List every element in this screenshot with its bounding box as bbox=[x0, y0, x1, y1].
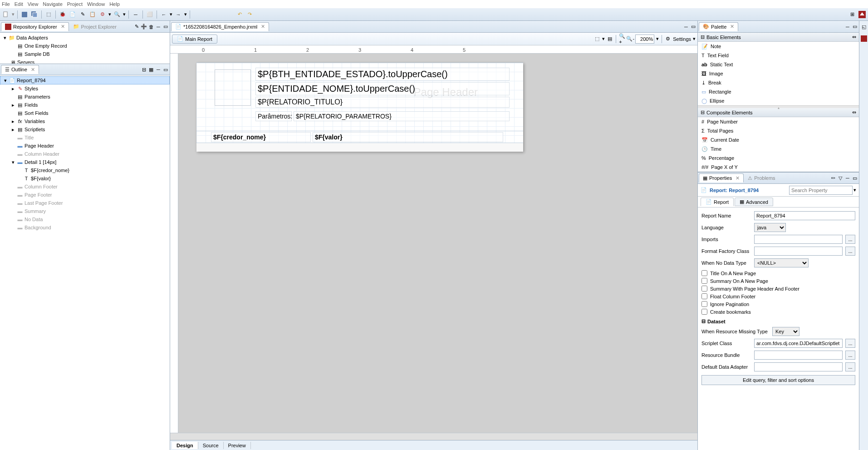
maximize-icon[interactable]: ▭ bbox=[162, 66, 169, 73]
new-adapter-icon[interactable]: ➕ bbox=[141, 24, 147, 30]
subtab-report[interactable]: 📄Report bbox=[701, 198, 734, 206]
image-placeholder[interactable] bbox=[215, 69, 251, 106]
textfield-entidade-nome[interactable]: $P{ENTIDADE_NOME}.toUpperCase() bbox=[255, 82, 510, 95]
maximize-icon[interactable]: ▭ bbox=[852, 175, 858, 181]
tab-outline[interactable]: ☰ Outline ✕ bbox=[1, 65, 39, 74]
menu-navigate[interactable]: Navigate bbox=[43, 1, 62, 7]
maximize-icon[interactable]: ▭ bbox=[690, 24, 696, 30]
f-credor-node[interactable]: T$F{credor_nome} bbox=[0, 166, 170, 174]
zoom-input[interactable] bbox=[635, 35, 654, 44]
scriptlets-node[interactable]: ▸▤Scriptlets bbox=[0, 125, 170, 134]
background-node[interactable]: ▬Background bbox=[0, 223, 170, 232]
restore-icon[interactable]: ◱ bbox=[859, 21, 868, 33]
dda-input[interactable] bbox=[754, 362, 843, 371]
dropdown-icon[interactable]: ▾ bbox=[853, 187, 856, 193]
imports-input[interactable] bbox=[754, 235, 843, 244]
f-valor-node[interactable]: T$F{valor} bbox=[0, 174, 170, 183]
menu-project[interactable]: Project bbox=[67, 1, 83, 7]
wndt-select[interactable]: <NULL> bbox=[754, 258, 809, 267]
dataset-section[interactable]: ⊟Dataset bbox=[701, 318, 855, 324]
collapse-icon[interactable]: ▾ bbox=[2, 35, 8, 41]
parameters-node[interactable]: ▤Parameters bbox=[0, 93, 170, 101]
close-icon[interactable]: ✕ bbox=[31, 67, 35, 73]
undo-icon[interactable]: ↶ bbox=[235, 10, 244, 19]
scriplet-input[interactable] bbox=[754, 339, 843, 348]
minimize-icon[interactable]: ─ bbox=[844, 175, 851, 181]
no-data-node[interactable]: ▬No Data bbox=[0, 215, 170, 223]
wrmt-select[interactable]: Key bbox=[772, 327, 799, 336]
column-footer-node[interactable]: ▬Column Footer bbox=[0, 183, 170, 191]
ffc-input[interactable] bbox=[754, 247, 843, 256]
palette-totalpages[interactable]: ΣTotal Pages bbox=[698, 126, 859, 135]
subtab-advanced[interactable]: ▦Advanced bbox=[735, 198, 773, 206]
tab-preview[interactable]: Preview bbox=[224, 442, 251, 449]
textfield-relatorio-titulo[interactable]: $P{RELATORIO_TITULO} bbox=[255, 97, 510, 108]
perspective-icon[interactable]: ⊞ bbox=[848, 10, 856, 19]
tab-repository-explorer[interactable]: Repository Explorer ✕ bbox=[1, 22, 69, 31]
servers-node[interactable]: 🖥 Servers bbox=[0, 58, 170, 64]
tab-source[interactable]: Source bbox=[198, 442, 224, 449]
palette-textfield[interactable]: TText Field bbox=[698, 51, 859, 60]
menu-icon[interactable]: ▽ bbox=[837, 175, 843, 181]
main-report-tab[interactable]: 📄 Main Report bbox=[172, 35, 217, 44]
binary-icon[interactable]: ⬚ bbox=[44, 10, 53, 19]
save-all-icon[interactable] bbox=[30, 10, 39, 19]
zoom-in-icon[interactable]: 🔍+ bbox=[619, 36, 625, 42]
sort-fields-node[interactable]: ▤Sort Fields bbox=[0, 109, 170, 117]
data-adapters-node[interactable]: ▾ 📁 Data Adapters bbox=[0, 34, 170, 42]
empty-band[interactable] bbox=[196, 143, 523, 152]
jaspersoft-icon[interactable] bbox=[859, 33, 868, 45]
build-icon[interactable]: ⚙ bbox=[98, 10, 107, 19]
textfield-valor[interactable]: $F{valor} bbox=[313, 132, 503, 142]
palette-statictext[interactable]: abStatic Text bbox=[698, 60, 859, 69]
scriplet-browse-button[interactable]: ... bbox=[845, 339, 855, 348]
report-root-node[interactable]: ▾ 📄 Report_8794 bbox=[0, 76, 170, 84]
horizontal-scrollbar[interactable] bbox=[170, 433, 697, 440]
menu-help[interactable]: Help bbox=[109, 1, 120, 7]
imports-browse-button[interactable]: ... bbox=[845, 235, 855, 244]
thumbnail-icon[interactable]: ▦ bbox=[148, 66, 154, 73]
detail1-node[interactable]: ▾▬Detail 1 [14px] bbox=[0, 158, 170, 166]
palette-time[interactable]: 🕒Time bbox=[698, 144, 859, 153]
fields-node[interactable]: ▸▤Fields bbox=[0, 101, 170, 109]
maximize-icon[interactable]: ▭ bbox=[162, 24, 169, 30]
new-icon[interactable] bbox=[2, 10, 10, 19]
menu-file[interactable]: File bbox=[2, 1, 10, 7]
language-select[interactable]: java bbox=[754, 223, 786, 232]
palette-note[interactable]: 📝Note bbox=[698, 42, 859, 51]
run-icon[interactable]: 📄 bbox=[69, 10, 77, 19]
zoom-out-icon[interactable]: 🔍- bbox=[627, 36, 633, 42]
settings-dropdown-icon[interactable]: ▾ bbox=[693, 36, 696, 42]
resbundle-browse-button[interactable]: ... bbox=[845, 351, 855, 360]
palette-pagenum[interactable]: #Page Number bbox=[698, 117, 859, 126]
textfield-relatorio-parametros[interactable]: $P{RELATORIO_PARAMETROS} bbox=[294, 111, 510, 121]
cb-summary-newpage[interactable] bbox=[701, 278, 707, 284]
palette-break[interactable]: ⤓Break bbox=[698, 78, 859, 87]
paste-icon[interactable]: 📋 bbox=[88, 10, 97, 19]
pin-icon[interactable]: ⇔ bbox=[852, 109, 856, 115]
back-icon[interactable]: ← bbox=[160, 10, 168, 19]
palette-ellipse[interactable]: ◯Ellipse bbox=[698, 96, 859, 105]
palette-pagexofy[interactable]: #/#Page X of Y bbox=[698, 163, 859, 172]
menu-window[interactable]: Window bbox=[87, 1, 105, 7]
column-header-node[interactable]: ▬Column Header bbox=[0, 150, 170, 158]
delete-adapter-icon[interactable]: 🗑 bbox=[148, 24, 154, 30]
design-canvas[interactable]: Page Header $P{BTH_ENTIDADE_ESTADO}.toUp… bbox=[178, 54, 697, 433]
minimize-icon[interactable]: ─ bbox=[155, 24, 162, 30]
tab-problems[interactable]: ⚠ Problems bbox=[744, 173, 779, 183]
palette-rectangle[interactable]: ▭Rectangle bbox=[698, 87, 859, 96]
palette-currentdate[interactable]: 📅Current Date bbox=[698, 135, 859, 144]
cb-bookmarks[interactable] bbox=[701, 309, 707, 315]
textfield-entidade-estado[interactable]: $P{BTH_ENTIDADE_ESTADO}.toUpperCase() bbox=[255, 68, 510, 81]
page-header-band[interactable]: Page Header $P{BTH_ENTIDADE_ESTADO}.toUp… bbox=[196, 63, 523, 131]
minimize-icon[interactable]: ─ bbox=[683, 24, 689, 30]
cb-ignore-pag[interactable] bbox=[701, 301, 707, 307]
editor-file-tab[interactable]: 📄 *1652208164826_Empenho.jrxml ✕ bbox=[171, 22, 269, 31]
summary-node[interactable]: ▬Summary bbox=[0, 207, 170, 215]
title-node[interactable]: ▬Title bbox=[0, 134, 170, 142]
variables-node[interactable]: ▸fxVariables bbox=[0, 117, 170, 125]
scale-icon[interactable]: ⬜ bbox=[146, 10, 154, 19]
one-empty-record-node[interactable]: ▤ One Empty Record bbox=[0, 42, 170, 50]
styles-node[interactable]: ▸✎Styles bbox=[0, 84, 170, 93]
statictext-parametros[interactable]: Parâmetros: bbox=[255, 111, 292, 121]
